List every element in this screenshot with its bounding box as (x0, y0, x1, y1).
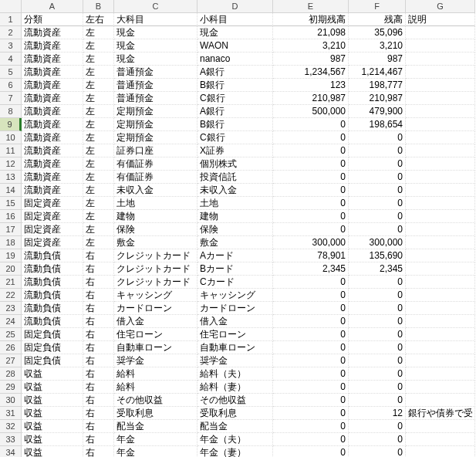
cell-r18-cE[interactable]: 300,000 (273, 236, 349, 249)
row-header-1[interactable]: 1 (0, 13, 22, 26)
cell-r19-cG[interactable] (406, 249, 475, 262)
cell-r25-cA[interactable]: 固定負債 (22, 328, 83, 341)
cell-r20-cF[interactable]: 2,345 (349, 262, 406, 276)
cell-r27-cG[interactable] (406, 354, 475, 367)
cell-r18-cG[interactable] (406, 236, 475, 249)
cell-r16-cA[interactable]: 固定資産 (22, 210, 83, 223)
cell-r21-cG[interactable] (406, 276, 475, 289)
cell-r14-cA[interactable]: 流動資産 (22, 184, 83, 197)
cell-r22-cC[interactable]: キャッシング (114, 289, 197, 302)
cell-r22-cF[interactable]: 0 (349, 289, 406, 302)
cell-r7-cB[interactable]: 左 (83, 92, 114, 105)
cell-r24-cA[interactable]: 流動負債 (22, 315, 83, 328)
cell-r11-cF[interactable]: 0 (349, 144, 406, 157)
cell-r9-cC[interactable]: 定期預金 (114, 118, 197, 131)
hdr-cell-D[interactable]: 小科目 (197, 13, 273, 26)
cell-r2-cA[interactable]: 流動資産 (22, 26, 83, 39)
cell-r21-cB[interactable]: 右 (83, 276, 114, 289)
cell-r21-cA[interactable]: 流動負債 (22, 276, 83, 289)
cell-r31-cA[interactable]: 収益 (22, 407, 83, 420)
cell-r16-cE[interactable]: 0 (273, 210, 349, 223)
cell-r16-cC[interactable]: 建物 (114, 210, 197, 223)
cell-r19-cF[interactable]: 135,690 (349, 249, 406, 262)
cell-r21-cE[interactable]: 0 (273, 276, 349, 289)
cell-r25-cD[interactable]: 住宅ローン (197, 328, 273, 341)
cell-r2-cF[interactable]: 35,096 (349, 26, 406, 39)
cell-r18-cB[interactable]: 左 (83, 236, 114, 249)
cell-r29-cD[interactable]: 給料（妻） (197, 381, 273, 394)
cell-r8-cB[interactable]: 左 (83, 105, 114, 118)
cell-r12-cC[interactable]: 有価証券 (114, 157, 197, 171)
cell-r14-cF[interactable]: 0 (349, 184, 406, 197)
cell-r26-cC[interactable]: 自動車ローン (114, 341, 197, 354)
cell-r20-cA[interactable]: 流動負債 (22, 262, 83, 276)
cell-r19-cE[interactable]: 78,901 (273, 249, 349, 262)
cell-r10-cC[interactable]: 定期預金 (114, 131, 197, 144)
cell-r4-cA[interactable]: 流動資産 (22, 52, 83, 66)
row-header-31[interactable]: 31 (0, 407, 22, 420)
cell-r32-cB[interactable]: 右 (83, 420, 114, 433)
cell-r23-cE[interactable]: 0 (273, 302, 349, 315)
cell-r5-cD[interactable]: A銀行 (197, 66, 273, 79)
cell-r32-cD[interactable]: 配当金 (197, 420, 273, 433)
cell-r28-cB[interactable]: 右 (83, 367, 114, 381)
cell-r3-cE[interactable]: 3,210 (273, 39, 349, 52)
cell-r28-cG[interactable] (406, 367, 475, 381)
cell-r4-cC[interactable]: 現金 (114, 52, 197, 66)
cell-r15-cC[interactable]: 土地 (114, 197, 197, 210)
cell-r17-cE[interactable]: 0 (273, 223, 349, 236)
cell-r12-cG[interactable] (406, 157, 475, 171)
cell-r8-cF[interactable]: 479,900 (349, 105, 406, 118)
cell-r2-cE[interactable]: 21,098 (273, 26, 349, 39)
cell-r14-cC[interactable]: 未収入金 (114, 184, 197, 197)
cell-r3-cG[interactable] (406, 39, 475, 52)
row-header-28[interactable]: 28 (0, 367, 22, 381)
cell-r22-cA[interactable]: 流動負債 (22, 289, 83, 302)
cell-r24-cB[interactable]: 右 (83, 315, 114, 328)
cell-r26-cB[interactable]: 右 (83, 341, 114, 354)
row-header-29[interactable]: 29 (0, 381, 22, 394)
row-header-27[interactable]: 27 (0, 354, 22, 367)
hdr-cell-F[interactable]: 残高 (349, 13, 406, 26)
cell-r31-cC[interactable]: 受取利息 (114, 407, 197, 420)
row-header-11[interactable]: 11 (0, 144, 22, 157)
cell-r7-cC[interactable]: 普通預金 (114, 92, 197, 105)
row-header-3[interactable]: 3 (0, 39, 22, 52)
cell-r6-cG[interactable] (406, 79, 475, 92)
cell-r14-cE[interactable]: 0 (273, 184, 349, 197)
cell-r17-cB[interactable]: 左 (83, 223, 114, 236)
cell-r13-cD[interactable]: 投資信託 (197, 171, 273, 184)
row-header-33[interactable]: 33 (0, 433, 22, 446)
row-header-32[interactable]: 32 (0, 420, 22, 433)
cell-r21-cF[interactable]: 0 (349, 276, 406, 289)
cell-r24-cG[interactable] (406, 315, 475, 328)
cell-r34-cF[interactable]: 0 (349, 446, 406, 457)
cell-r30-cC[interactable]: その他収益 (114, 394, 197, 407)
cell-r9-cA[interactable]: 流動資産 (22, 118, 83, 131)
row-header-14[interactable]: 14 (0, 184, 22, 197)
cell-r13-cB[interactable]: 左 (83, 171, 114, 184)
cell-r29-cA[interactable]: 収益 (22, 381, 83, 394)
cell-r14-cG[interactable] (406, 184, 475, 197)
cell-r22-cD[interactable]: キャッシング (197, 289, 273, 302)
row-header-2[interactable]: 2 (0, 26, 22, 39)
row-header-25[interactable]: 25 (0, 328, 22, 341)
cell-r5-cG[interactable] (406, 66, 475, 79)
cell-r18-cD[interactable]: 敷金 (197, 236, 273, 249)
cell-r14-cB[interactable]: 左 (83, 184, 114, 197)
cell-r33-cG[interactable] (406, 433, 475, 446)
cell-r10-cF[interactable]: 0 (349, 131, 406, 144)
cell-r18-cC[interactable]: 敷金 (114, 236, 197, 249)
row-header-21[interactable]: 21 (0, 276, 22, 289)
cell-r24-cE[interactable]: 0 (273, 315, 349, 328)
cell-r26-cD[interactable]: 自動車ローン (197, 341, 273, 354)
cell-r29-cC[interactable]: 給料 (114, 381, 197, 394)
cell-r27-cB[interactable]: 右 (83, 354, 114, 367)
cell-r27-cD[interactable]: 奨学金 (197, 354, 273, 367)
spreadsheet-grid[interactable]: ABCDEFG1分類左右大科目小科目初期残高残高説明2流動資産左現金現金21,0… (0, 0, 476, 457)
hdr-cell-B[interactable]: 左右 (83, 13, 114, 26)
cell-r16-cD[interactable]: 建物 (197, 210, 273, 223)
cell-r6-cB[interactable]: 左 (83, 79, 114, 92)
cell-r18-cF[interactable]: 300,000 (349, 236, 406, 249)
cell-r5-cC[interactable]: 普通預金 (114, 66, 197, 79)
